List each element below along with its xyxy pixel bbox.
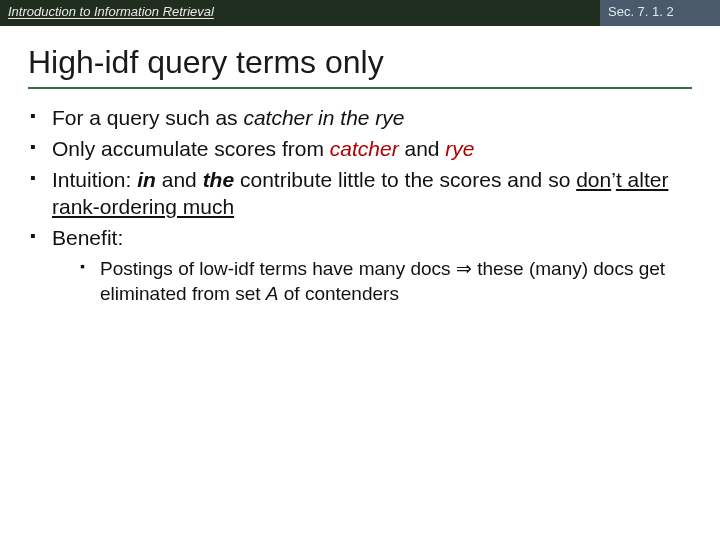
text: For a query such as: [52, 106, 243, 129]
text: of contenders: [278, 283, 398, 304]
text-italic-highlight: catcher: [330, 137, 399, 160]
text: Only accumulate scores from: [52, 137, 330, 160]
text-bold-italic: in: [137, 168, 156, 191]
section-label: Sec. 7. 1. 2: [600, 0, 720, 26]
top-bar: Introduction to Information Retrieval Se…: [0, 0, 720, 26]
text-bold-italic: the: [203, 168, 235, 191]
text: and: [399, 137, 446, 160]
text-underline: don: [576, 168, 611, 191]
text: Intuition:: [52, 168, 137, 191]
list-item: Postings of low-idf terms have many docs…: [78, 257, 692, 306]
course-title: Introduction to Information Retrieval: [0, 0, 600, 26]
list-item: Benefit: Postings of low-idf terms have …: [28, 225, 692, 307]
arrow-icon: ⇒: [456, 258, 472, 279]
text: Postings of low-idf terms have many docs: [100, 258, 456, 279]
list-item: Intuition: in and the contribute little …: [28, 167, 692, 221]
list-item: Only accumulate scores from catcher and …: [28, 136, 692, 163]
text-italic-highlight: rye: [445, 137, 474, 160]
bullet-list: For a query such as catcher in the rye O…: [28, 105, 692, 306]
slide-content: For a query such as catcher in the rye O…: [0, 89, 720, 306]
text: contribute little to the scores and so: [234, 168, 576, 191]
text: Benefit:: [52, 226, 123, 249]
sub-bullet-list: Postings of low-idf terms have many docs…: [52, 257, 692, 306]
list-item: For a query such as catcher in the rye: [28, 105, 692, 132]
text: and: [156, 168, 203, 191]
slide: Introduction to Information Retrieval Se…: [0, 0, 720, 540]
slide-title: High-idf query terms only: [0, 26, 720, 87]
text-italic: A: [266, 283, 279, 304]
text-italic: catcher in the rye: [243, 106, 404, 129]
